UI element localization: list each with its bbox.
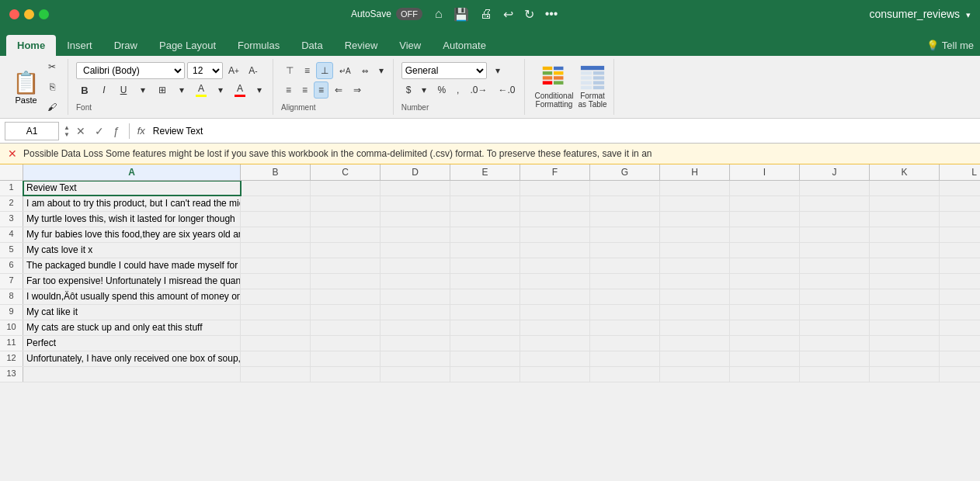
cell-g4[interactable]: [590, 227, 660, 242]
cell-j13[interactable]: [800, 367, 870, 382]
cell-g7[interactable]: [590, 274, 660, 289]
cell-c6[interactable]: [311, 258, 381, 273]
cell-i13[interactable]: [730, 367, 800, 382]
cell-g3[interactable]: [590, 212, 660, 227]
close-button[interactable]: [9, 9, 19, 19]
cell-k10[interactable]: [870, 320, 940, 335]
copy-button[interactable]: ⎘: [43, 78, 61, 95]
cell-h10[interactable]: [660, 320, 730, 335]
cell-j6[interactable]: [800, 258, 870, 273]
cell-b12[interactable]: [241, 351, 311, 366]
align-right-button[interactable]: ≡: [314, 81, 328, 99]
cell-g9[interactable]: [590, 305, 660, 320]
align-top-button[interactable]: ⊤: [281, 62, 298, 79]
cell-d3[interactable]: [381, 212, 450, 227]
cell-i1[interactable]: [730, 181, 800, 196]
cell-b7[interactable]: [241, 274, 311, 289]
cell-d5[interactable]: [381, 243, 450, 258]
cell-f12[interactable]: [520, 351, 590, 366]
cell-e10[interactable]: [450, 320, 520, 335]
increase-indent-button[interactable]: ⇒: [349, 81, 366, 99]
fill-color-dropdown[interactable]: ▾: [212, 81, 229, 99]
cell-f4[interactable]: [520, 227, 590, 242]
cell-i7[interactable]: [730, 274, 800, 289]
font-color-dropdown[interactable]: ▾: [251, 81, 268, 99]
underline-dropdown[interactable]: ▾: [134, 81, 151, 99]
cell-k6[interactable]: [870, 258, 940, 273]
cell-d6[interactable]: [381, 258, 450, 273]
cell-f6[interactable]: [520, 258, 590, 273]
cell-a5[interactable]: My cats love it x: [23, 243, 241, 258]
cell-k8[interactable]: [870, 289, 940, 304]
cell-g11[interactable]: [590, 336, 660, 351]
cell-k12[interactable]: [870, 351, 940, 366]
maximize-button[interactable]: [39, 9, 49, 19]
cell-f2[interactable]: [520, 196, 590, 211]
percent-button[interactable]: %: [433, 81, 450, 99]
align-center-button[interactable]: ≡: [297, 81, 312, 99]
cell-a8[interactable]: I wouldn,Äôt usually spend this amount o…: [23, 289, 241, 304]
font-name-select[interactable]: Calibri (Body): [76, 62, 185, 79]
cell-h9[interactable]: [660, 305, 730, 320]
more-icon[interactable]: •••: [545, 7, 558, 21]
cell-c1[interactable]: [311, 181, 381, 196]
font-color-button[interactable]: A: [231, 81, 248, 99]
format-as-table-button[interactable]: Formatas Table: [578, 65, 606, 109]
print-icon[interactable]: 🖨: [480, 7, 492, 21]
cell-a3[interactable]: My turtle loves this, wish it lasted for…: [23, 212, 241, 227]
cell-l1[interactable]: [940, 181, 980, 196]
cell-k2[interactable]: [870, 196, 940, 211]
save-icon[interactable]: 💾: [454, 7, 469, 22]
redo-icon[interactable]: ↻: [524, 7, 534, 22]
cell-e3[interactable]: [450, 212, 520, 227]
cell-k1[interactable]: [870, 181, 940, 196]
col-header-f[interactable]: F: [520, 164, 590, 180]
format-painter-button[interactable]: 🖌: [43, 99, 61, 116]
cell-c8[interactable]: [311, 289, 381, 304]
tab-home[interactable]: Home: [6, 35, 56, 56]
decrease-indent-button[interactable]: ⇐: [330, 81, 347, 99]
cell-i11[interactable]: [730, 336, 800, 351]
col-header-l[interactable]: L: [940, 164, 980, 180]
tab-draw[interactable]: Draw: [103, 35, 148, 56]
cell-e5[interactable]: [450, 243, 520, 258]
col-header-c[interactable]: C: [311, 164, 381, 180]
cell-j9[interactable]: [800, 305, 870, 320]
align-middle-button[interactable]: ≡: [300, 62, 315, 79]
cell-i3[interactable]: [730, 212, 800, 227]
undo-icon[interactable]: ↩: [503, 7, 513, 22]
cell-i12[interactable]: [730, 351, 800, 366]
cell-k11[interactable]: [870, 336, 940, 351]
number-format-select[interactable]: General: [401, 62, 487, 79]
font-grow-button[interactable]: A+: [225, 62, 242, 79]
cell-c3[interactable]: [311, 212, 381, 227]
cell-i5[interactable]: [730, 243, 800, 258]
cell-h5[interactable]: [660, 243, 730, 258]
cell-f5[interactable]: [520, 243, 590, 258]
merge-center-button[interactable]: ⇔: [357, 64, 373, 78]
cell-j8[interactable]: [800, 289, 870, 304]
cell-e7[interactable]: [450, 274, 520, 289]
cell-l9[interactable]: [940, 305, 980, 320]
cell-c9[interactable]: [311, 305, 381, 320]
cell-f9[interactable]: [520, 305, 590, 320]
underline-button[interactable]: U: [115, 81, 132, 99]
cell-d1[interactable]: [381, 181, 450, 196]
cell-c2[interactable]: [311, 196, 381, 211]
cell-b11[interactable]: [241, 336, 311, 351]
tab-view[interactable]: View: [388, 35, 432, 56]
cell-a11[interactable]: Perfect: [23, 336, 241, 351]
cell-e9[interactable]: [450, 305, 520, 320]
cut-button[interactable]: ✂: [43, 58, 61, 75]
cell-l2[interactable]: [940, 196, 980, 211]
paste-button[interactable]: 📋 Paste: [12, 70, 40, 105]
cell-g6[interactable]: [590, 258, 660, 273]
cell-reference-input[interactable]: [5, 122, 59, 140]
cell-d9[interactable]: [381, 305, 450, 320]
cell-h13[interactable]: [660, 367, 730, 382]
cell-e12[interactable]: [450, 351, 520, 366]
cell-a13[interactable]: [23, 367, 241, 382]
cell-c12[interactable]: [311, 351, 381, 366]
toggle-off[interactable]: OFF: [396, 8, 422, 20]
cell-g10[interactable]: [590, 320, 660, 335]
